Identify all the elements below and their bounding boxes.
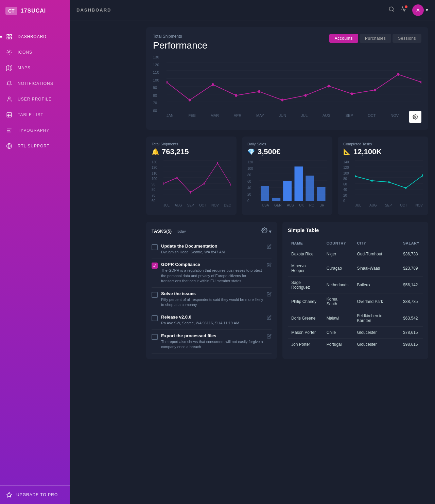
chart-x-labels: JANFEBMARAPR MAYJUNJULAUG SEPOCTNOVDEC bbox=[167, 112, 421, 119]
svg-point-82 bbox=[263, 230, 265, 231]
cell-name: Dakota Rice bbox=[288, 248, 323, 260]
table-card: Simple Table NAME COUNTRY CITY SALARY Da… bbox=[282, 222, 428, 359]
tasks-card: TASKS(5) Today ▾ Update the Documentatio… bbox=[146, 222, 277, 359]
task-item-5: Export the processed files The report al… bbox=[152, 330, 272, 354]
sidebar-item-typography[interactable]: TYPOGRAPHY bbox=[0, 123, 70, 138]
upgrade-label: UPGRADE TO PRO bbox=[16, 492, 58, 497]
cell-salary: $78,615 bbox=[400, 327, 423, 339]
stat-value-row-tasks: 📐 12,100K bbox=[343, 147, 423, 156]
avatar: A bbox=[412, 4, 424, 16]
upgrade-to-pro-button[interactable]: UPGRADE TO PRO bbox=[0, 485, 70, 504]
stat-value-tasks: 12,100K bbox=[353, 147, 382, 156]
svg-point-50 bbox=[163, 182, 164, 185]
tasks-title: TASKS(5) bbox=[152, 229, 172, 234]
svg-point-33 bbox=[258, 90, 260, 93]
table-icon bbox=[5, 111, 13, 119]
maps-icon bbox=[5, 64, 13, 72]
tab-sessions[interactable]: Sessions bbox=[393, 34, 421, 43]
svg-point-81 bbox=[422, 174, 423, 177]
task-title-1: Update the Documentation bbox=[161, 244, 263, 249]
task-edit-icon-1[interactable] bbox=[267, 244, 272, 250]
sidebar-item-maps[interactable]: MAPS bbox=[0, 60, 70, 76]
sidebar-item-table-list[interactable]: TABLE LIST bbox=[0, 107, 70, 123]
task-desc-4: Ra Ave SW, Seattle, WA 98116, SUA 11:19 … bbox=[161, 321, 263, 326]
stat-value-sales: 3,500€ bbox=[258, 147, 280, 156]
col-header-name: NAME bbox=[288, 238, 323, 248]
task-edit-icon-3[interactable] bbox=[267, 292, 272, 298]
sidebar-item-icons[interactable]: ICONS bbox=[0, 44, 70, 60]
svg-point-39 bbox=[397, 73, 400, 76]
table-row: Mason PorterChileGloucester$78,615 bbox=[288, 327, 423, 339]
svg-point-51 bbox=[176, 177, 177, 179]
svg-point-40 bbox=[420, 81, 421, 84]
table-title: Simple Table bbox=[288, 227, 423, 233]
cell-city: Overland Park bbox=[353, 293, 400, 310]
task-edit-icon-4[interactable] bbox=[267, 315, 272, 321]
perf-title: Performance bbox=[153, 40, 207, 51]
search-icon[interactable] bbox=[388, 6, 395, 14]
user-icon bbox=[5, 95, 13, 103]
table-row: Sage RodriguezNetherlandsBaileux$56,142 bbox=[288, 277, 423, 293]
stat-subtitle-sales: Daily Sales bbox=[247, 142, 327, 146]
task-checkbox-5[interactable] bbox=[152, 334, 158, 340]
task-desc-5: The report also shows that consumers wil… bbox=[161, 339, 263, 350]
stat-card-sales: Daily Sales 💎 3,500€ 120100806040200 bbox=[242, 137, 332, 215]
tab-accounts[interactable]: Accounts bbox=[329, 34, 358, 43]
svg-point-19 bbox=[389, 7, 393, 11]
shipments-y-labels: 13012011010090807060 bbox=[152, 160, 162, 203]
cell-salary: $63,542 bbox=[400, 310, 423, 327]
task-checkbox-2[interactable]: ✓ bbox=[152, 263, 158, 269]
task-edit-icon-2[interactable] bbox=[267, 263, 272, 268]
cell-name: Minerva Hooper bbox=[288, 260, 323, 277]
cell-city: Sinaai-Waas bbox=[353, 260, 400, 277]
shipments-svg bbox=[163, 160, 231, 201]
shipments-x-labels: JULAUGSEPOCTNOVDEC bbox=[163, 203, 231, 207]
avatar-button[interactable]: A ▾ bbox=[412, 4, 428, 16]
sidebar-label-icons: ICONS bbox=[18, 50, 32, 55]
chart-settings-button[interactable] bbox=[409, 111, 421, 123]
task-checkbox-4[interactable] bbox=[152, 315, 158, 321]
avatar-chevron: ▾ bbox=[426, 7, 428, 13]
task-checkbox-1[interactable] bbox=[152, 244, 158, 250]
col-header-city: CITY bbox=[353, 238, 400, 248]
sidebar-navigation: DASHBOARD ICONS MAPS NOTIFICATIONS USER … bbox=[0, 22, 70, 485]
tasks-chart: 140120100806040200 bbox=[343, 160, 423, 210]
main-content: Total Shipments Performance Accounts Pur… bbox=[70, 0, 435, 504]
sidebar-item-dashboard[interactable]: DASHBOARD bbox=[0, 29, 70, 44]
svg-point-78 bbox=[371, 180, 372, 182]
sidebar-item-user-profile[interactable]: USER PROFILE bbox=[0, 91, 70, 107]
task-item-1: Update the Documentation Dwuamish Head, … bbox=[152, 240, 272, 258]
perf-title-group: Total Shipments Performance bbox=[153, 34, 207, 51]
task-checkbox-3[interactable] bbox=[152, 292, 158, 298]
cell-country: Netherlands bbox=[323, 277, 354, 293]
icons-icon bbox=[5, 49, 13, 56]
tasks-title-group: TASKS(5) Today bbox=[152, 228, 186, 234]
tasks-settings-gear[interactable]: ▾ bbox=[261, 227, 272, 235]
stat-subtitle-shipments: Total Shipments bbox=[152, 142, 231, 146]
sidebar-item-notifications[interactable]: NOTIFICATIONS bbox=[0, 76, 70, 91]
svg-rect-2 bbox=[10, 37, 12, 39]
sales-chart: 120100806040200 bbox=[247, 160, 327, 210]
tab-purchases[interactable]: Purchases bbox=[360, 34, 391, 43]
svg-rect-3 bbox=[7, 37, 8, 39]
activity-dot bbox=[405, 5, 407, 8]
brand-ct-badge: CT bbox=[5, 7, 17, 15]
sidebar-label-maps: MAPS bbox=[18, 66, 31, 70]
performance-chart: 130120110100 90807060 bbox=[153, 55, 421, 123]
stat-value-row-shipments: 🔔 763,215 bbox=[152, 147, 231, 156]
sidebar-item-rtl-support[interactable]: RTL SUPPORT bbox=[0, 138, 70, 154]
table-row: Dakota RiceNigerOud-Turnhout$36,738 bbox=[288, 248, 423, 260]
perf-header: Total Shipments Performance Accounts Pur… bbox=[153, 34, 421, 51]
stats-row: Total Shipments 🔔 763,215 13012011010090… bbox=[146, 137, 428, 215]
svg-point-52 bbox=[190, 191, 191, 194]
activity-icon[interactable] bbox=[400, 6, 407, 14]
task-edit-icon-5[interactable] bbox=[267, 334, 272, 340]
svg-rect-63 bbox=[261, 186, 269, 201]
task-content-3: Solve the issues Fifty percent of all re… bbox=[161, 291, 263, 308]
svg-rect-67 bbox=[306, 176, 314, 201]
sidebar-label-dashboard: DASHBOARD bbox=[18, 34, 47, 39]
tasks-header: TASKS(5) Today ▾ bbox=[152, 227, 272, 235]
cell-name: Philip Chaney bbox=[288, 293, 323, 310]
col-header-country: COUNTRY bbox=[323, 238, 354, 248]
task-title-2: GDPR Compliance bbox=[161, 262, 263, 267]
